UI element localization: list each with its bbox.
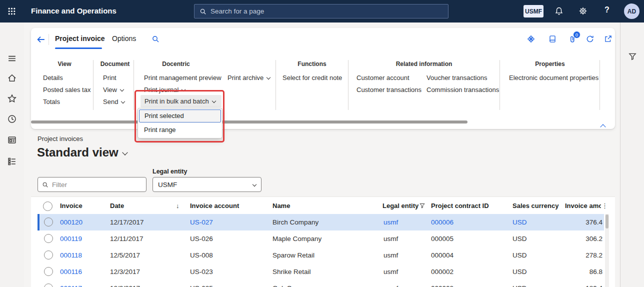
row-radio[interactable] xyxy=(44,218,53,226)
ribbon-item-customer-transactions[interactable]: Customer transactions xyxy=(356,84,422,96)
active-tab-underline xyxy=(55,48,102,49)
refresh-icon[interactable] xyxy=(586,34,594,44)
group-title-docentric: Docentric xyxy=(162,60,190,68)
ribbon-item-posted-sales-tax[interactable]: Posted sales tax xyxy=(43,84,90,96)
ribbon-item-voucher-transactions[interactable]: Voucher transactions xyxy=(426,72,487,84)
menu-item-print-selected[interactable]: Print selected xyxy=(139,110,221,122)
home-icon[interactable] xyxy=(7,73,17,83)
divider xyxy=(48,34,49,45)
search-input[interactable] xyxy=(210,8,443,15)
divider xyxy=(134,60,134,110)
group-title-functions: Functions xyxy=(298,60,326,68)
table-row[interactable]: 000117 12/2/2017 US-025 Oak Company usmf… xyxy=(38,280,604,287)
chevron-down-icon xyxy=(182,88,186,92)
cell-date: 12/17/2017 xyxy=(110,214,144,230)
col-header-invoice-account[interactable]: Invoice account xyxy=(190,198,239,214)
col-header-legal-entity[interactable]: Legal entity xyxy=(382,198,418,214)
row-radio[interactable] xyxy=(44,250,53,260)
column-filter-icon[interactable] xyxy=(419,202,426,209)
cell-invoice-account: US-023 xyxy=(190,264,213,280)
cell-sales-currency: USD xyxy=(512,230,527,247)
help-icon[interactable]: ? xyxy=(604,6,610,14)
ribbon-item-details[interactable]: Details xyxy=(43,72,63,84)
chevron-down-icon xyxy=(266,76,270,80)
cell-invoice[interactable]: 000120 xyxy=(60,214,82,230)
bell-icon[interactable] xyxy=(554,6,564,16)
back-arrow-icon[interactable] xyxy=(36,34,46,44)
group-title-document: Document xyxy=(100,60,130,68)
menu-item-print-range[interactable]: Print range xyxy=(139,124,221,137)
search-icon[interactable] xyxy=(152,35,160,43)
ribbon-item-print-management-preview[interactable]: Print management preview xyxy=(144,72,222,84)
column-options-icon[interactable]: ⋮ xyxy=(602,198,608,214)
tab-options[interactable]: Options xyxy=(112,34,136,42)
recent-clock-icon[interactable] xyxy=(7,114,17,124)
workspaces-icon[interactable] xyxy=(7,135,17,145)
cell-project-contract-id: 000005 xyxy=(431,230,454,247)
row-radio[interactable] xyxy=(44,267,53,276)
waffle-icon[interactable] xyxy=(8,7,16,16)
modules-icon[interactable] xyxy=(7,156,17,166)
cell-invoice-amount: 189.4 xyxy=(538,280,602,287)
vertical-scrollbar-thumb[interactable] xyxy=(606,214,608,228)
horizontal-scrollbar[interactable] xyxy=(31,120,468,124)
open-in-new-icon[interactable] xyxy=(604,34,612,44)
favorites-star-icon[interactable] xyxy=(7,94,17,104)
filter-icon[interactable] xyxy=(628,52,637,61)
col-header-sales-currency[interactable]: Sales currency xyxy=(512,198,559,214)
cell-date: 12/5/2017 xyxy=(110,247,140,264)
select-all-radio[interactable] xyxy=(43,202,52,211)
global-search[interactable] xyxy=(194,4,448,18)
menu-icon[interactable] xyxy=(7,54,17,64)
gear-icon[interactable] xyxy=(578,6,588,16)
ribbon-item-send[interactable]: Send xyxy=(103,96,124,108)
grid-filter[interactable] xyxy=(38,177,146,192)
cell-invoice-account: US-008 xyxy=(190,247,213,264)
app-title: Finance and Operations xyxy=(31,6,116,15)
page-title[interactable]: Standard view xyxy=(37,146,127,160)
cell-invoice[interactable]: 000117 xyxy=(60,280,82,287)
ribbon-item-customer-account[interactable]: Customer account xyxy=(356,72,410,84)
chevron-down-icon xyxy=(212,99,216,103)
cell-invoice[interactable]: 000118 xyxy=(60,247,82,264)
col-header-name[interactable]: Name xyxy=(272,198,290,214)
group-title-view: View xyxy=(58,60,71,68)
cell-sales-currency[interactable]: USD xyxy=(512,214,527,230)
col-header-invoice-amount[interactable]: Invoice amount xyxy=(565,198,601,214)
company-badge[interactable]: USMF xyxy=(524,5,544,18)
table-row[interactable]: 000120 12/17/2017 US-027 Birch Company u… xyxy=(38,214,604,230)
cell-invoice[interactable]: 000116 xyxy=(60,264,82,280)
cell-invoice[interactable]: 000119 xyxy=(60,230,82,247)
cell-invoice-account[interactable]: US-027 xyxy=(190,214,213,230)
ribbon-item-view[interactable]: View xyxy=(103,84,124,96)
ribbon-item-print-journal[interactable]: Print journal xyxy=(144,84,185,96)
collapse-chevron-up-icon[interactable] xyxy=(601,122,605,131)
row-radio[interactable] xyxy=(44,234,53,243)
ribbon-item-totals[interactable]: Totals xyxy=(43,96,60,108)
cell-project-contract-id[interactable]: 000006 xyxy=(431,214,454,230)
table-row[interactable]: 000118 12/5/2017 US-008 Sparow Retail us… xyxy=(38,247,604,264)
legal-entity-combobox[interactable]: USMF xyxy=(152,177,262,192)
col-header-date[interactable]: Date xyxy=(110,198,124,214)
ribbon-item-print-archive[interactable]: Print archive xyxy=(228,72,270,84)
ribbon-item-electronic-document-properties[interactable]: Electronic document properties xyxy=(509,72,598,84)
ribbon-item-commission-transactions[interactable]: Commission transactions xyxy=(426,84,499,96)
cell-name: Birch Company xyxy=(272,214,318,230)
ribbon-item-select-for-credit-note[interactable]: Select for credit note xyxy=(282,72,342,84)
ribbon-item-print[interactable]: Print xyxy=(103,72,116,84)
tab-project-invoice[interactable]: Project invoice xyxy=(55,34,105,42)
attachments-badge: 0 xyxy=(573,31,580,38)
ribbon-item-print-in-bulk-and-batch[interactable]: Print in bulk and batch xyxy=(140,95,222,108)
cell-legal-entity[interactable]: usmf xyxy=(384,214,398,230)
book-icon[interactable] xyxy=(548,34,557,44)
cell-legal-entity: usmf xyxy=(384,264,398,280)
row-radio[interactable] xyxy=(44,284,53,287)
col-header-invoice[interactable]: Invoice xyxy=(60,198,82,214)
table-row[interactable]: 000119 12/11/2017 US-026 Maple Company u… xyxy=(38,230,604,247)
dynamics-icon[interactable] xyxy=(526,34,536,44)
col-header-project-contract-id[interactable]: Project contract ID xyxy=(431,198,489,214)
grid-header-row: Invoice Date ↓ Invoice account Name Lega… xyxy=(31,198,615,214)
filter-input[interactable] xyxy=(52,181,142,188)
avatar[interactable]: AD xyxy=(624,4,640,19)
table-row[interactable]: 000116 12/3/2017 US-023 Shrike Retail us… xyxy=(38,264,604,280)
